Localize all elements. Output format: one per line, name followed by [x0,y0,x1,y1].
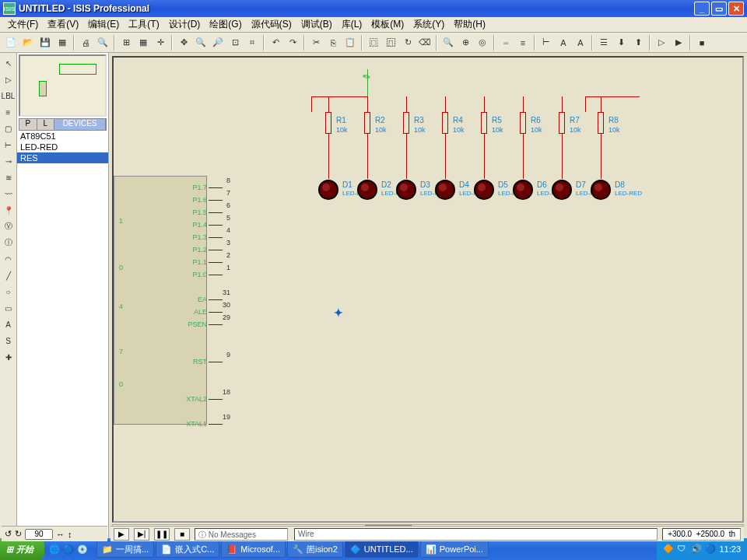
origin-button[interactable]: ✛ [153,35,168,51]
quick-launch-icon[interactable]: 💿 [77,544,88,555]
open-button[interactable]: 📂 [20,35,36,51]
tool-comp[interactable]: ▷ [2,72,16,86]
taskbar-task[interactable]: 📕Microsof... [221,541,286,558]
system-tray[interactable]: 🔶 🛡 🔊 🔵 11:23 [657,538,747,560]
pin-PSEN[interactable]: PSEN29 [188,320,223,329]
device-item[interactable]: LED-RED [17,142,108,152]
pin-P1.4[interactable]: P1.45 [192,220,223,229]
schematic-canvas[interactable]: 1 0 4 7 0 P1.78P1.67P1.56P1.45P1.34P1.23… [112,56,744,523]
menu-item[interactable]: 源代码(S) [247,16,296,33]
pan-button[interactable]: ✥ [176,35,191,51]
device-list[interactable]: AT89C51LED-REDRES [17,131,108,538]
tool-text[interactable]: ≡ [2,105,16,119]
zoom-fit-button[interactable]: ⊡ [227,35,243,51]
run2-button[interactable]: ▶ [671,35,686,51]
tool-sym[interactable]: S [2,334,16,348]
resistor-R4[interactable] [442,112,448,134]
clock[interactable]: 11:23 [719,544,741,554]
tray-icon[interactable]: 🛡 [677,544,688,555]
redo-button[interactable]: ↷ [285,35,300,51]
led-D2[interactable] [357,180,377,200]
device-item[interactable]: AT89C51 [17,131,108,142]
tray-icon[interactable]: 🔶 [663,544,674,555]
tool-IC[interactable]: ▢ [2,121,16,135]
flip-v-button[interactable]: ↕ [68,530,72,539]
overview-panel[interactable] [19,54,107,117]
menu-item[interactable]: 库(L) [337,16,367,33]
block-copy-button[interactable]: ⿴ [366,35,381,51]
paste-button[interactable]: 📋 [342,35,358,51]
tool-plus[interactable]: ✚ [2,350,16,364]
tool-term[interactable]: ⊢ [2,138,16,152]
copy-button[interactable]: ⎘ [325,35,341,51]
rotate-cw-button[interactable]: ↻ [15,529,22,539]
menu-item[interactable]: 模板(M) [366,16,409,33]
rotate-ccw-button[interactable]: ↺ [5,529,12,539]
quick-launch-icon[interactable]: 🔵 [63,544,74,555]
close-button[interactable]: ✕ [728,2,744,16]
resistor-R2[interactable] [364,112,370,134]
terms-button[interactable]: ⊢ [538,35,554,51]
quick-launch-icon[interactable]: 🌐 [49,544,60,555]
find-button[interactable]: 🔍 [440,35,456,51]
menu-item[interactable]: 设计(D) [164,16,205,33]
tool-graph[interactable]: ≋ [2,170,16,184]
pin-XTAL2[interactable]: XTAL218 [186,394,223,404]
import-button[interactable]: ⬇ [613,35,629,51]
undo-button[interactable]: ↶ [268,35,283,51]
wire-button[interactable]: ⎓ [498,35,514,51]
menu-item[interactable]: 绘图(G) [205,16,246,33]
tray-icon[interactable]: 🔵 [705,544,716,555]
taskbar-task[interactable]: 🔧崮ision2 [287,541,343,558]
menu-item[interactable]: 文件(F) [3,16,43,33]
zoom-out-button[interactable]: 🔎 [210,35,226,51]
stop-button[interactable]: ■ [694,35,710,51]
pin-RST[interactable]: RST9 [193,357,223,366]
mode-devices[interactable]: DEVICES [54,119,106,130]
led-D8[interactable] [591,180,611,200]
led-D4[interactable] [435,180,455,200]
mode-l[interactable]: L [37,119,55,130]
grid-button[interactable]: ▦ [135,35,151,51]
led-D1[interactable] [318,180,338,200]
tool-I[interactable]: Ⓘ [2,236,16,250]
grid-select-button[interactable]: ⊞ [118,35,134,51]
minimize-button[interactable]: _ [694,2,710,16]
stop-button[interactable]: ■ [174,528,190,541]
menu-item[interactable]: 系统(Y) [409,16,449,33]
pin-P1.6[interactable]: P1.67 [192,195,223,205]
bus-button[interactable]: ≡ [515,35,531,51]
taskbar-task[interactable]: 📄嵌入式C... [156,541,219,558]
tool-arc[interactable]: ◠ [2,252,16,266]
save-button[interactable]: 💾 [37,35,53,51]
block-delete-button[interactable]: ⌫ [417,35,433,51]
pin-EA[interactable]: EA31 [198,295,223,304]
component-at89c51[interactable]: 1 0 4 7 0 P1.78P1.67P1.56P1.45P1.34P1.23… [114,176,207,425]
pin-P1.5[interactable]: P1.56 [192,208,223,217]
menu-item[interactable]: 编辑(E) [83,16,124,33]
resistor-R5[interactable] [481,112,487,134]
tool-probe[interactable]: 📍 [2,203,16,217]
menu-item[interactable]: 调试(B) [296,16,337,33]
resistor-R3[interactable] [403,112,409,134]
step-button[interactable]: ▶| [134,528,149,541]
device-item[interactable]: RES [17,152,108,163]
menu-item[interactable]: 查看(V) [43,16,83,33]
tray-icon[interactable]: 🔊 [691,544,702,555]
taskbar-task[interactable]: 🔷UNTITLED... [345,541,419,558]
pin-P1.3[interactable]: P1.34 [192,233,223,242]
A1-button[interactable]: A [556,35,571,51]
angle-input[interactable] [25,529,53,540]
taskbar-task[interactable]: 📁一周搞... [96,541,154,558]
preview-button[interactable]: 🔍 [95,35,110,51]
tool-circle[interactable]: ○ [2,285,16,299]
run1-button[interactable]: ▷ [654,35,669,51]
resistor-R1[interactable] [325,112,331,134]
tool-pin[interactable]: ⊸ [2,154,16,168]
zoom-comp-button[interactable]: ⊕ [458,35,473,51]
block-rotate-button[interactable]: ↻ [400,35,416,51]
pause-button[interactable]: ❚❚ [154,528,170,541]
tool-lbl[interactable]: LBL [2,89,16,103]
zoom-area-button[interactable]: ⌗ [244,35,260,51]
pin-XTAL1[interactable]: XTAL119 [186,419,223,429]
